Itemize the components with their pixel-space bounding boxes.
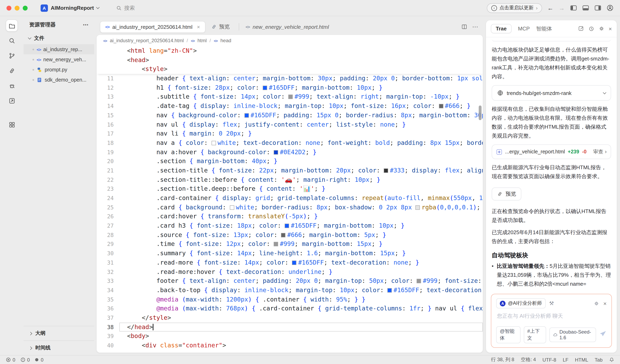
language-mode[interactable]: HTML (575, 357, 588, 363)
close-tab-icon[interactable]: × (197, 24, 200, 30)
review-button[interactable]: 审查 › (593, 148, 607, 155)
error-count[interactable]: 0 (6, 357, 15, 363)
nav-forward-button[interactable]: → (559, 4, 565, 11)
close-window-button[interactable] (6, 5, 11, 10)
line-number[interactable]: 20 (97, 157, 119, 166)
nav-back-button[interactable]: ← (547, 4, 553, 11)
send-button[interactable] (599, 330, 607, 339)
breadcrumb[interactable]: <> ai_industry_report_20250614.html / <>… (97, 35, 483, 46)
cursor-position[interactable]: 行 38, 列 8 (491, 356, 514, 363)
close-panel-icon[interactable]: × (609, 25, 612, 32)
code-line[interactable]: 27 .card h3 { font-size: 18px; color: #1… (97, 221, 483, 230)
context-picker-chip[interactable]: #上下文 (524, 326, 546, 343)
code-line[interactable]: 13 .subtitle { font-size: 14px; color: #… (97, 92, 483, 101)
preview-button[interactable]: 预览 (492, 187, 521, 200)
sticky-line[interactable]: <html lang="zh-CN"> (97, 46, 483, 55)
line-number[interactable]: 28 (97, 230, 119, 240)
chat-input-box[interactable]: A @AI行业分析师 ⚒ × 您正在与 AI行业分析师 聊天 @智能体 #上下文 (491, 294, 612, 348)
remote-activity-button[interactable] (6, 64, 18, 77)
code-line[interactable]: 33 footer { text-align: center; padding:… (97, 276, 483, 286)
breadcrumb-file[interactable]: ai_industry_report_20250614.html (110, 38, 184, 44)
line-number[interactable]: 29 (97, 240, 119, 249)
line-number[interactable] (97, 55, 119, 64)
code-editor[interactable]: <html lang="zh-CN"><head> <style> 11 hea… (97, 46, 483, 353)
restart-update-button[interactable]: ↓ 点击重启以更新 › (487, 3, 542, 13)
minimize-window-button[interactable] (15, 5, 19, 10)
file-item-new-energy-report[interactable]: <> new_energy_veh... (24, 54, 94, 64)
code-line[interactable]: 32 .read-more:hover { text-decoration: u… (97, 267, 483, 276)
line-number[interactable]: 25 (97, 203, 119, 212)
code-line[interactable]: 18 nav a { color: white; text-decoration… (97, 138, 483, 148)
code-line[interactable]: 14 .date-tag { display: inline-block; ma… (97, 101, 483, 111)
line-number[interactable]: 21 (97, 166, 119, 175)
code-line[interactable]: 37 </style> (97, 313, 483, 322)
code-line[interactable]: 35 @media (max-width: 1200px) { .contain… (97, 295, 483, 304)
code-line[interactable]: 26 .card:hover { transform: translateY(-… (97, 212, 483, 221)
debug-activity-button[interactable] (6, 79, 18, 92)
new-chat-icon[interactable] (578, 26, 584, 32)
extensions-activity-button[interactable] (6, 94, 18, 107)
line-number[interactable]: 22 (97, 175, 119, 184)
source-control-activity-button[interactable] (6, 49, 18, 62)
files-section-header[interactable]: 文件 (24, 32, 94, 44)
code-line[interactable]: 23 .section-title.deep::before { content… (97, 184, 483, 194)
tab-mcp[interactable]: MCP (518, 26, 530, 32)
encoding[interactable]: UTF-8 (542, 357, 556, 363)
line-number[interactable]: 33 (97, 276, 119, 286)
code-line[interactable]: 21 .section-title { font-size: 22px; mar… (97, 166, 483, 175)
line-number[interactable]: 13 (97, 92, 119, 101)
tab-new-energy-report[interactable]: <> new_energy_vehicle_report.html (242, 24, 332, 30)
line-number[interactable] (97, 46, 119, 55)
toggle-left-panel-icon[interactable] (570, 5, 577, 11)
code-line[interactable]: 15 nav { background-color: #165DFF; padd… (97, 111, 483, 120)
code-line[interactable]: 34 .back-to-top { display: inline-block;… (97, 286, 483, 295)
file-item-ai-industry-report[interactable]: <> ai_industry_rep... (24, 44, 94, 54)
tool-call-card[interactable]: trends-hub/get-smzdm-rank (492, 85, 611, 101)
line-number[interactable]: 12 (97, 83, 119, 92)
tab-ai-industry-report[interactable]: <> ai_industry_report_20250614.html × (100, 21, 205, 33)
line-number[interactable]: 40 (97, 341, 119, 350)
code-line[interactable]: 11 header { text-align: center; margin-b… (97, 74, 483, 83)
tab-preview[interactable]: 预览 (205, 23, 235, 30)
line-number[interactable]: 16 (97, 120, 119, 129)
indent-mode[interactable]: Tab (595, 357, 603, 363)
agent-picker-chip[interactable]: @智能体 (496, 326, 520, 343)
account-icon[interactable] (607, 4, 614, 11)
code-line[interactable]: 17 nav li { margin: 0 20px; } (97, 129, 483, 138)
file-item-prompt-py[interactable]: prompt.py (24, 64, 94, 75)
line-number[interactable]: 23 (97, 184, 119, 194)
chat-input-placeholder[interactable]: 您正在与 AI行业分析师 聊天 (497, 312, 606, 320)
line-number[interactable]: 19 (97, 148, 119, 157)
code-line[interactable]: 28 .source { font-size: 13px; color: #66… (97, 230, 483, 240)
line-number[interactable]: 30 (97, 249, 119, 258)
info-count[interactable]: 0 (35, 357, 44, 363)
code-line[interactable]: 40 <div class="container"> (97, 341, 483, 350)
line-number[interactable]: 34 (97, 286, 119, 295)
code-line[interactable]: 29 .time { font-size: 12px; color: #999;… (97, 240, 483, 249)
code-line[interactable]: 30 .summary { font-size: 14px; line-heig… (97, 249, 483, 258)
outline-section-header[interactable]: 大纲 (24, 326, 94, 340)
clear-agent-icon[interactable]: × (603, 300, 607, 307)
history-icon[interactable] (588, 26, 594, 32)
warning-count[interactable]: 0 (20, 357, 30, 363)
sticky-line[interactable]: <style> (97, 65, 483, 74)
line-number[interactable]: 11 (97, 74, 119, 83)
toggle-bottom-panel-icon[interactable] (582, 5, 589, 11)
toggle-right-panel-icon[interactable] (594, 5, 601, 11)
timeline-section-header[interactable]: 时间线 (24, 340, 94, 355)
code-line[interactable]: 20 .section { margin-bottom: 40px; } (97, 157, 483, 166)
line-number[interactable]: 26 (97, 212, 119, 221)
explorer-activity-button[interactable] (6, 19, 18, 32)
tab-agent[interactable]: 智能体 (536, 25, 552, 32)
line-number[interactable]: 35 (97, 295, 119, 304)
breadcrumb-html[interactable]: html (198, 38, 207, 44)
file-item-sdk-demo[interactable]: sdk_demo_open... (24, 75, 94, 85)
line-number[interactable]: 39 (97, 332, 119, 341)
code-line[interactable]: 19 nav a:hover { background-color: #0E42… (97, 148, 483, 157)
editor-scrollbar[interactable] (479, 106, 481, 120)
editor-more-icon[interactable]: ⋯ (472, 23, 479, 30)
code-line[interactable]: 39<body> (97, 332, 483, 341)
code-line[interactable]: 16 nav ul { display: flex; justify-conte… (97, 120, 483, 129)
global-search[interactable]: 搜索 (116, 4, 135, 12)
line-number[interactable]: 24 (97, 194, 119, 203)
